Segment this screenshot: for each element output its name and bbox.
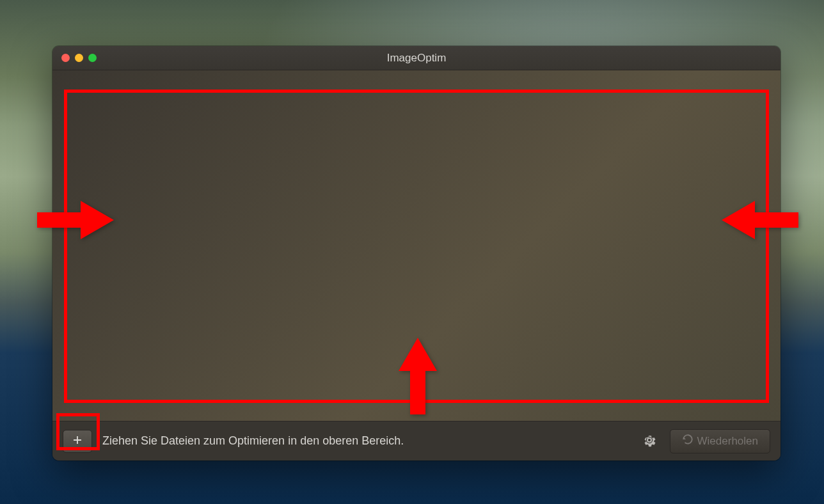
plus-icon xyxy=(72,434,83,448)
app-window: ImageOptim Ziehen Sie Dateien zum Optimi… xyxy=(52,46,780,461)
minimize-button[interactable] xyxy=(75,54,83,62)
drop-zone[interactable] xyxy=(52,70,780,421)
bottom-toolbar: Ziehen Sie Dateien zum Optimieren in den… xyxy=(52,421,780,461)
maximize-button[interactable] xyxy=(88,54,97,62)
title-bar[interactable]: ImageOptim xyxy=(52,46,780,70)
repeat-button[interactable]: Wiederholen xyxy=(670,429,770,453)
refresh-icon xyxy=(682,434,693,448)
traffic-lights xyxy=(61,54,97,62)
settings-button[interactable] xyxy=(639,431,660,452)
close-button[interactable] xyxy=(61,54,70,62)
gear-icon xyxy=(642,432,657,450)
window-title: ImageOptim xyxy=(387,52,447,65)
add-files-button[interactable] xyxy=(63,430,92,453)
status-text: Ziehen Sie Dateien zum Optimieren in den… xyxy=(102,434,629,448)
repeat-button-label: Wiederholen xyxy=(697,435,758,448)
